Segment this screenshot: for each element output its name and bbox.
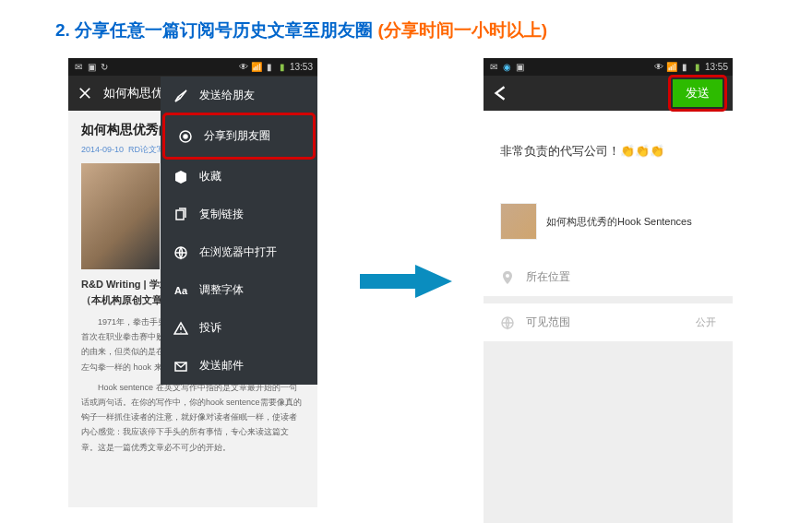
visibility-label: 可见范围 [526,315,570,330]
favorite-icon [173,170,188,184]
location-row[interactable]: 所在位置 [484,258,733,296]
divider [484,296,733,303]
location-label: 所在位置 [526,269,570,285]
status-time: 13:53 [290,62,313,72]
share-item-label: 发送给朋友 [199,88,255,103]
back-icon[interactable] [491,84,509,102]
share-item-label: 复制链接 [199,207,244,222]
wifi-icon: 📶 [251,62,262,73]
nav-bar: 发送 [484,76,733,111]
compose-text-input[interactable]: 非常负责的代写公司！👏👏👏 [484,111,733,203]
app-icon: ▣ [514,62,525,73]
svg-point-4 [184,135,187,138]
status-bar: ✉ ◉ ▣ 👁 📶 ▮ ▮ 13:55 [484,58,733,76]
article-paragraph: Hook sentence 在英文写作中指的是文章最开始的一句话或两句话。在你的… [81,380,304,455]
chat-icon: ◉ [501,62,512,73]
share-font-size[interactable]: Aa 调整字体 [161,271,317,309]
attached-article[interactable]: 如何构思优秀的Hook Sentences [500,203,716,240]
share-item-label: 分享到朋友圈 [204,128,270,144]
moments-icon [178,129,193,144]
send-button[interactable]: 发送 [673,79,722,107]
divider [484,341,733,523]
article-body: 如何构思优秀的 2014-09-10 RD论文写 R&D Writing | 学… [68,111,317,507]
article-thumb [500,203,537,240]
app-icon: ▣ [86,62,97,73]
message-icon: ✉ [488,62,499,73]
location-icon [500,270,515,285]
message-icon: ✉ [73,62,84,73]
compose-body: 非常负责的代写公司！👏👏👏 如何构思优秀的Hook Sentences 所在位置… [484,111,733,523]
signal-icon: ▮ [679,62,690,73]
send-icon [173,89,188,103]
share-email[interactable]: 发送邮件 [161,347,317,385]
share-item-label: 收藏 [199,169,221,184]
share-open-browser[interactable]: 在浏览器中打开 [161,233,317,271]
instruction-heading: 2. 分享任意一篇订阅号历史文章至朋友圈 (分享时间一小时以上) [55,18,547,42]
share-to-moments[interactable]: 分享到朋友圈 [165,117,313,155]
warning-icon [173,321,188,336]
share-report[interactable]: 投诉 [161,309,317,347]
phone-screenshot-right: ✉ ◉ ▣ 👁 📶 ▮ ▮ 13:55 发送 非常负责的代写公司！👏👏👏 如何构… [484,58,733,510]
globe-icon [500,315,515,330]
share-send-to-friend[interactable]: 发送给朋友 [161,77,317,114]
status-time: 13:55 [705,62,728,72]
visibility-value: 公开 [696,315,716,329]
email-icon [173,359,188,374]
visibility-row[interactable]: 可见范围 公开 [484,303,733,341]
share-copy-link[interactable]: 复制链接 [161,196,317,233]
share-item-label: 发送邮件 [199,358,244,374]
browser-icon [173,245,188,260]
share-item-label: 投诉 [199,320,221,336]
refresh-icon: ↻ [99,62,110,73]
share-item-label: 调整字体 [199,282,244,298]
battery-icon: ▮ [692,62,703,73]
signal-icon: ▮ [264,62,275,73]
eye-icon: 👁 [238,62,249,73]
attached-article-title: 如何构思优秀的Hook Sentences [546,215,692,229]
share-item-label: 在浏览器中打开 [199,244,277,260]
status-bar: ✉ ▣ ↻ 👁 📶 ▮ ▮ 13:53 [68,58,317,76]
article-image [81,163,160,269]
svg-rect-5 [176,210,184,220]
eye-icon: 👁 [653,62,664,73]
wifi-icon: 📶 [666,62,677,73]
close-icon[interactable] [76,84,94,102]
phone-screenshot-left: ✉ ▣ ↻ 👁 📶 ▮ ▮ 13:53 如何构思优秀的Hook Sentenc.… [68,58,317,510]
battery-icon: ▮ [277,62,288,73]
copy-icon [173,208,188,222]
arrow-icon [360,263,452,300]
share-favorite[interactable]: 收藏 [161,158,317,196]
share-menu: 发送给朋友 分享到朋友圈 收藏 复制链接 [161,77,317,385]
font-icon: Aa [173,283,188,298]
